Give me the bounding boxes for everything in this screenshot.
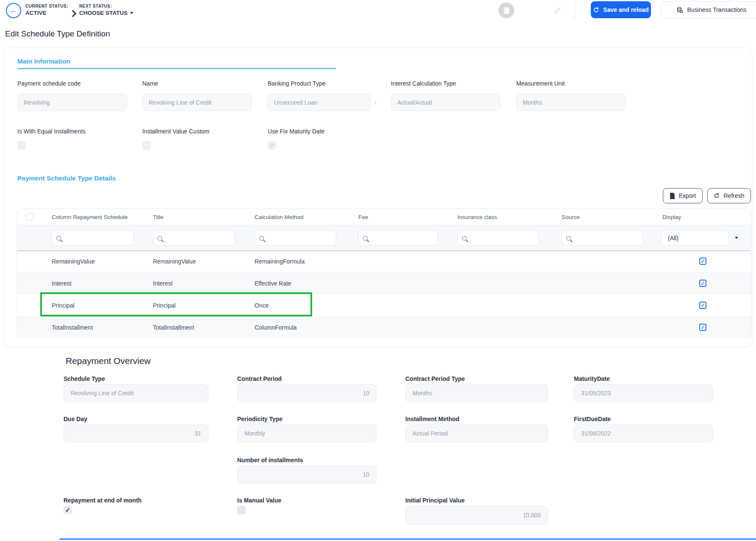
avatar[interactable] bbox=[498, 3, 514, 18]
label-periodicity-type: Periodicity Type bbox=[237, 416, 282, 422]
checkbox-label-use-fix-maturity-date: Use Fix Maturity Date bbox=[268, 128, 325, 135]
display-checkbox[interactable] bbox=[699, 324, 706, 331]
measurement-unit-value: Months bbox=[523, 99, 542, 106]
column-header-fee[interactable]: Fee bbox=[358, 214, 368, 220]
cell-repayment-schedule: RemainingValue bbox=[52, 250, 95, 272]
filter-repayment-schedule-input[interactable] bbox=[64, 235, 125, 242]
contract-period-field[interactable]: 10 bbox=[237, 384, 377, 402]
save-and-reload-label: Save and reload bbox=[603, 6, 648, 13]
export-button[interactable]: Export bbox=[663, 188, 703, 203]
back-arrow-icon: ← bbox=[10, 6, 18, 15]
payment-schedule-code-field[interactable]: Revolving bbox=[17, 94, 127, 111]
filter-fee[interactable] bbox=[358, 230, 438, 246]
display-filter-dropdown[interactable]: (All) bbox=[661, 230, 728, 246]
main-information-title: Main Information bbox=[17, 58, 70, 65]
filter-source[interactable] bbox=[562, 230, 643, 246]
periodicity-type-field[interactable]: Monthly bbox=[237, 424, 377, 442]
save-and-reload-button[interactable]: Save and reload bbox=[591, 1, 651, 18]
select-all-checkbox[interactable] bbox=[26, 213, 33, 221]
display-filter-caret-icon[interactable] bbox=[735, 237, 738, 239]
maturity-date-field[interactable]: 31/05/2023 bbox=[574, 384, 713, 402]
use-fix-maturity-date-checkbox[interactable] bbox=[268, 141, 276, 150]
filter-fee-input[interactable] bbox=[371, 235, 432, 242]
field-label-banking-product-type: Banking Product Type bbox=[268, 80, 326, 87]
equal-installments-checkbox[interactable] bbox=[17, 141, 26, 150]
table-row[interactable]: RemainingValue RemainingValue RemainingF… bbox=[17, 250, 751, 272]
interest-calculation-type-field[interactable]: Actual/Actual bbox=[391, 94, 500, 111]
installment-value-custom-checkbox[interactable] bbox=[142, 141, 151, 150]
display-checkbox[interactable] bbox=[699, 258, 706, 265]
details-section-title: Payment Schedule Type Details bbox=[17, 175, 116, 182]
field-label-measurement-unit: Measurement Unit bbox=[516, 80, 565, 87]
table-row-highlighted[interactable]: Principal Principal Once bbox=[17, 294, 751, 316]
field-label-name: Name bbox=[142, 80, 158, 87]
next-status-label: NEXT STATUS: bbox=[79, 4, 133, 8]
is-manual-value-checkbox[interactable] bbox=[237, 506, 246, 514]
checkbox-label-equal-installments: Is With Equal Installments bbox=[17, 128, 86, 135]
maturity-date-value: 31/05/2023 bbox=[581, 390, 611, 397]
display-filter-value: (All) bbox=[668, 235, 678, 241]
filter-calculation-method-input[interactable] bbox=[267, 235, 328, 242]
banking-product-type-field[interactable]: Unsecured Loan bbox=[268, 94, 371, 111]
due-day-value: 31 bbox=[194, 430, 201, 437]
filter-row: (All) bbox=[17, 225, 751, 251]
interest-calculation-type-value: Actual/Actual bbox=[397, 99, 432, 106]
field-label-payment-schedule-code: Payment schedule code bbox=[17, 80, 80, 87]
choose-status-value: CHOOSE STATUS bbox=[79, 10, 127, 16]
contract-period-type-field[interactable]: Months bbox=[405, 384, 548, 402]
filter-source-input[interactable] bbox=[574, 235, 635, 242]
first-due-date-value: 31/08/2022 bbox=[581, 430, 611, 437]
label-initial-principal-value: Initial Principal Value bbox=[405, 497, 465, 504]
checkbox-label-installment-value-custom: Installment Value Custom bbox=[142, 128, 209, 135]
number-of-installments-field[interactable]: 10 bbox=[237, 466, 377, 483]
contract-period-value: 10 bbox=[363, 390, 369, 397]
business-transactions-button[interactable]: Business Transactions bbox=[661, 1, 756, 18]
filter-title[interactable] bbox=[153, 230, 235, 246]
filter-calculation-method[interactable] bbox=[255, 230, 336, 246]
column-header-display[interactable]: Display bbox=[662, 214, 681, 220]
repayment-at-end-of-month-checkbox[interactable] bbox=[64, 506, 72, 514]
schedule-type-field[interactable]: Revolving Line of Credit bbox=[64, 384, 208, 402]
field-down-arrow-icon[interactable]: ↓ bbox=[374, 98, 377, 105]
periodicity-type-value: Monthly bbox=[244, 430, 265, 437]
display-checkbox[interactable] bbox=[699, 302, 706, 309]
cell-title: RemainingValue bbox=[153, 250, 196, 272]
panel-bottom-border bbox=[59, 538, 756, 540]
initial-principal-value-field[interactable]: 10,000 bbox=[405, 506, 548, 524]
table-row[interactable]: TotalInstallment TotalInstallment Column… bbox=[17, 316, 751, 338]
refresh-button[interactable]: Refresh bbox=[707, 188, 751, 203]
initial-principal-value-value: 10,000 bbox=[523, 512, 541, 519]
filter-repayment-schedule[interactable] bbox=[52, 230, 134, 246]
cell-calculation-method: ColumnFormula bbox=[255, 316, 297, 338]
table-row[interactable]: Interest Interest Effective Rate bbox=[17, 272, 751, 294]
column-header-insurance-class[interactable]: Insurance class bbox=[457, 214, 497, 220]
document-icon bbox=[504, 7, 509, 14]
current-status-value: ACTIVE bbox=[25, 10, 68, 16]
installment-method-field[interactable]: Actual Period bbox=[405, 424, 548, 442]
search-icon bbox=[462, 236, 467, 241]
column-header-calculation-method[interactable]: Calculation Method bbox=[255, 214, 304, 220]
due-day-field[interactable]: 31 bbox=[64, 424, 208, 442]
column-header-source[interactable]: Source bbox=[562, 214, 580, 220]
cell-calculation-method: Once bbox=[255, 294, 269, 316]
number-of-installments-value: 10 bbox=[363, 471, 369, 478]
label-due-day: Due Day bbox=[64, 416, 87, 422]
filter-insurance-class[interactable] bbox=[457, 230, 539, 246]
label-is-manual-value: Is Manual Value bbox=[237, 497, 281, 504]
filter-title-input[interactable] bbox=[166, 235, 227, 242]
validation-check-icon: ✓ bbox=[553, 4, 562, 17]
refresh-icon bbox=[714, 193, 720, 199]
repayment-overview-title: Repayment Overview bbox=[66, 356, 151, 366]
first-due-date-field[interactable]: 31/08/2022 bbox=[574, 424, 713, 442]
column-header-title[interactable]: Title bbox=[153, 214, 163, 220]
current-status-block: CURRENT STATUS: ACTIVE bbox=[25, 4, 68, 16]
choose-status-dropdown[interactable]: CHOOSE STATUS bbox=[79, 10, 133, 16]
cell-calculation-method: Effective Rate bbox=[255, 272, 291, 294]
column-header-repayment-schedule[interactable]: Column Repayment Schedule bbox=[52, 214, 127, 220]
cell-calculation-method: RemainingFormula bbox=[255, 250, 305, 272]
display-checkbox[interactable] bbox=[699, 280, 706, 287]
name-field[interactable]: Revolving Line of Credit bbox=[142, 94, 252, 111]
measurement-unit-field[interactable]: Months bbox=[516, 94, 626, 111]
back-button[interactable]: ← bbox=[6, 3, 21, 18]
filter-insurance-class-input[interactable] bbox=[470, 235, 531, 242]
